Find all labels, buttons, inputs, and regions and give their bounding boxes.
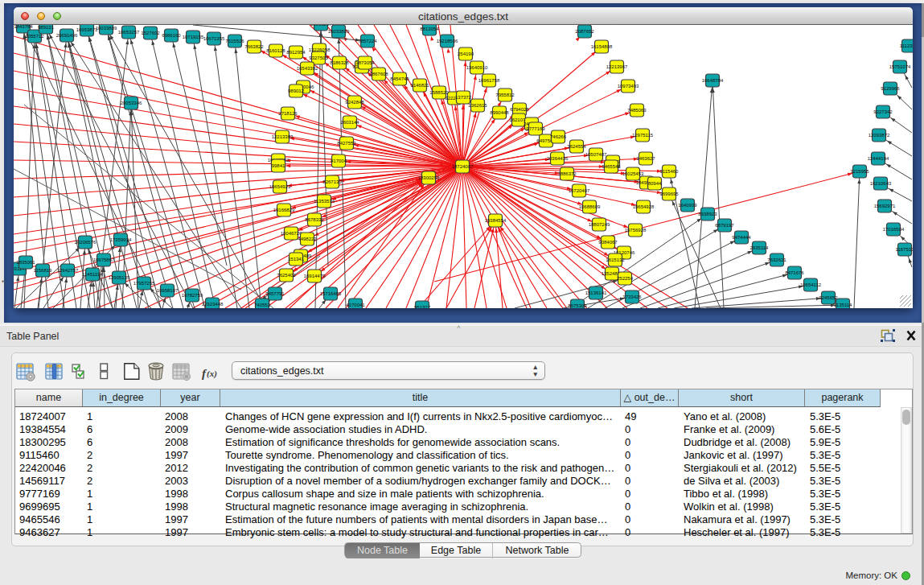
svg-text:8160128: 8160128 [266, 48, 285, 53]
svg-text:19166829: 19166829 [273, 208, 295, 212]
svg-text:16543382: 16543382 [297, 66, 318, 71]
svg-text:7663822: 7663822 [244, 44, 264, 49]
svg-text:15751074: 15751074 [889, 64, 911, 69]
svg-text:1733426: 1733426 [622, 295, 642, 299]
svg-text:17359914: 17359914 [110, 237, 132, 242]
svg-text:6966160: 6966160 [162, 33, 181, 38]
svg-text:6794028: 6794028 [510, 107, 529, 112]
svg-text:9327505: 9327505 [309, 56, 328, 60]
svg-text:1873054: 1873054 [355, 60, 375, 65]
svg-text:7886372: 7886372 [557, 171, 577, 176]
svg-text:18724007: 18724007 [452, 164, 474, 169]
svg-text:7485063: 7485063 [627, 108, 647, 113]
svg-text:9115460: 9115460 [660, 169, 680, 174]
svg-text:989131: 989131 [38, 25, 55, 30]
svg-text:15692971: 15692971 [874, 204, 896, 208]
svg-text:20364436: 20364436 [547, 156, 569, 161]
svg-text:10973493: 10973493 [618, 84, 639, 89]
svg-text:10046726: 10046726 [281, 231, 302, 236]
svg-text:13640910: 13640910 [466, 65, 488, 70]
svg-text:252254: 252254 [617, 276, 634, 281]
svg-text:12093872: 12093872 [869, 133, 890, 138]
svg-text:2935114: 2935114 [750, 245, 770, 250]
svg-text:8267130: 8267130 [322, 179, 342, 184]
svg-text:9245652: 9245652 [819, 295, 838, 300]
svg-text:17957255: 17957255 [133, 281, 155, 286]
svg-text:18963217: 18963217 [310, 25, 332, 27]
svg-text:16648784: 16648784 [702, 78, 724, 83]
svg-text:1843784: 1843784 [14, 25, 33, 29]
svg-text:9242848: 9242848 [345, 100, 364, 105]
svg-text:1156819: 1156819 [34, 268, 53, 273]
svg-text:7515526: 7515526 [225, 39, 244, 43]
svg-text:17016504: 17016504 [883, 227, 905, 232]
svg-text:7625402: 7625402 [277, 273, 296, 278]
svg-text:8938923: 8938923 [698, 212, 717, 216]
svg-text:12444194: 12444194 [868, 156, 889, 161]
svg-text:10975867: 10975867 [93, 257, 115, 262]
svg-text:19384554: 19384554 [485, 218, 507, 223]
svg-text:10719155: 10719155 [183, 35, 204, 39]
svg-text:4498222: 4498222 [298, 237, 317, 241]
svg-text:4170041: 4170041 [346, 303, 365, 307]
svg-text:8471676: 8471676 [785, 270, 804, 275]
svg-text:12975115: 12975115 [632, 133, 654, 138]
svg-text:80944: 80944 [648, 181, 662, 186]
svg-text:9699695: 9699695 [659, 192, 679, 196]
svg-text:18300295: 18300295 [418, 175, 440, 180]
svg-text:12942757: 12942757 [57, 268, 79, 273]
svg-text:16914479: 16914479 [304, 274, 326, 278]
svg-text:8427552: 8427552 [337, 141, 356, 146]
svg-text:8813054: 8813054 [420, 27, 439, 31]
svg-text:10025453: 10025453 [622, 171, 644, 176]
svg-text:2718126: 2718126 [278, 111, 298, 116]
svg-text:9135114: 9135114 [834, 303, 853, 307]
svg-text:9777169: 9777169 [526, 126, 545, 131]
svg-text:8990448: 8990448 [490, 110, 509, 115]
svg-text:9463627: 9463627 [636, 156, 655, 161]
svg-text:8454749: 8454749 [390, 76, 409, 81]
svg-text:20053346: 20053346 [121, 101, 142, 105]
svg-text:10653257: 10653257 [118, 30, 140, 35]
svg-text:12923448: 12923448 [202, 302, 224, 307]
svg-text:951327: 951327 [414, 305, 431, 308]
svg-text:10671355: 10671355 [203, 36, 225, 41]
svg-text:8678332: 8678332 [305, 217, 324, 222]
svg-text:9129966: 9129966 [881, 86, 900, 91]
svg-text:6879197: 6879197 [715, 223, 734, 228]
svg-text:16782759: 16782759 [182, 293, 203, 298]
svg-text:9084067: 9084067 [598, 240, 618, 245]
svg-text:15716485: 15716485 [320, 291, 342, 296]
svg-text:1167533: 1167533 [896, 247, 913, 252]
svg-text:12213383: 12213383 [272, 134, 294, 139]
svg-text:1527602: 1527602 [141, 31, 160, 35]
svg-text:1362615: 1362615 [468, 103, 487, 108]
svg-text:9146821: 9146821 [410, 83, 429, 88]
svg-text:20691406: 20691406 [56, 33, 78, 38]
svg-text:2087652: 2087652 [575, 29, 594, 34]
svg-text:9227342: 9227342 [873, 109, 893, 114]
svg-text:9465546: 9465546 [602, 164, 621, 169]
svg-text:12213967: 12213967 [606, 64, 628, 69]
svg-text:746266: 746266 [550, 134, 567, 139]
svg-text:10033809: 10033809 [96, 26, 117, 31]
svg-text:7955812: 7955812 [495, 93, 515, 97]
svg-text:1588520: 1588520 [429, 90, 449, 95]
svg-text:3624554: 3624554 [567, 144, 586, 149]
svg-text:9457791: 9457791 [265, 291, 285, 296]
svg-text:137372: 137372 [455, 95, 472, 100]
svg-text:19654923: 19654923 [269, 184, 291, 189]
svg-text:19756928: 19756928 [625, 228, 647, 233]
svg-text:10958107: 10958107 [157, 288, 179, 293]
svg-text:16033809: 16033809 [328, 29, 350, 34]
svg-text:7632621: 7632621 [767, 257, 786, 262]
svg-text:11353534: 11353534 [314, 199, 335, 204]
svg-text:8912954: 8912954 [286, 50, 306, 55]
svg-text:1112353: 1112353 [900, 43, 913, 48]
svg-text:15136141: 15136141 [585, 290, 607, 295]
svg-text:417004: 417004 [331, 159, 347, 163]
svg-text:254190: 254190 [458, 51, 474, 56]
svg-text:8675309: 8675309 [568, 303, 587, 308]
svg-text:7857224: 7857224 [358, 39, 377, 43]
svg-text:99841: 99841 [272, 163, 285, 168]
